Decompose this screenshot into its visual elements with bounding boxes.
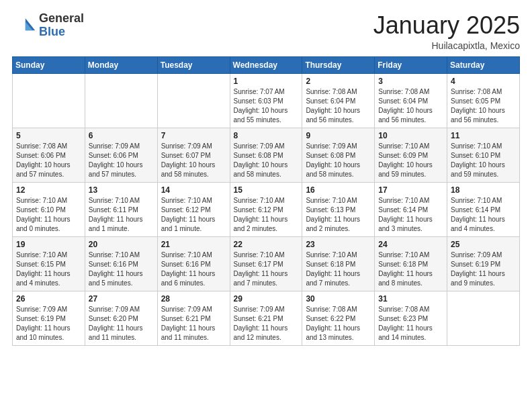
day-number: 4 xyxy=(451,77,516,86)
logo-general-text: General xyxy=(39,12,84,26)
day-number: 15 xyxy=(234,185,299,195)
calendar-cell: 20Sunrise: 7:10 AM Sunset: 6:16 PM Dayli… xyxy=(85,236,157,291)
calendar-cell: 5Sunrise: 7:08 AM Sunset: 6:06 PM Daylig… xyxy=(13,128,85,182)
calendar-cell: 6Sunrise: 7:09 AM Sunset: 6:06 PM Daylig… xyxy=(85,128,157,182)
day-info: Sunrise: 7:10 AM Sunset: 6:10 PM Dayligh… xyxy=(16,196,81,234)
day-header-monday: Monday xyxy=(85,56,157,73)
day-info: Sunrise: 7:07 AM Sunset: 6:03 PM Dayligh… xyxy=(234,87,299,125)
day-info: Sunrise: 7:10 AM Sunset: 6:15 PM Dayligh… xyxy=(16,250,81,288)
day-header-wednesday: Wednesday xyxy=(230,56,302,73)
day-header-sunday: Sunday xyxy=(13,56,85,73)
day-info: Sunrise: 7:08 AM Sunset: 6:05 PM Dayligh… xyxy=(451,87,516,125)
day-info: Sunrise: 7:08 AM Sunset: 6:04 PM Dayligh… xyxy=(378,87,443,125)
day-header-saturday: Saturday xyxy=(447,56,520,73)
day-header-thursday: Thursday xyxy=(302,56,375,73)
day-info: Sunrise: 7:10 AM Sunset: 6:10 PM Dayligh… xyxy=(451,142,516,179)
calendar-header-row: SundayMondayTuesdayWednesdayThursdayFrid… xyxy=(13,56,520,73)
day-info: Sunrise: 7:09 AM Sunset: 6:21 PM Dayligh… xyxy=(161,305,226,342)
day-number: 21 xyxy=(161,240,226,249)
day-number: 11 xyxy=(451,131,516,140)
day-number: 30 xyxy=(306,294,371,304)
day-number: 9 xyxy=(306,131,371,140)
day-number: 2 xyxy=(306,77,371,86)
day-info: Sunrise: 7:10 AM Sunset: 6:16 PM Dayligh… xyxy=(161,250,226,288)
day-info: Sunrise: 7:09 AM Sunset: 6:21 PM Dayligh… xyxy=(234,305,299,342)
calendar-cell xyxy=(157,73,230,128)
day-header-tuesday: Tuesday xyxy=(157,56,230,73)
day-header-friday: Friday xyxy=(375,56,447,73)
day-number: 25 xyxy=(451,240,516,249)
logo-icon xyxy=(12,13,36,38)
calendar-cell: 2Sunrise: 7:08 AM Sunset: 6:04 PM Daylig… xyxy=(302,73,375,128)
calendar-cell: 26Sunrise: 7:09 AM Sunset: 6:19 PM Dayli… xyxy=(13,291,85,345)
calendar-cell: 8Sunrise: 7:09 AM Sunset: 6:08 PM Daylig… xyxy=(230,128,302,182)
calendar-cell xyxy=(447,291,520,345)
day-number: 1 xyxy=(234,77,299,86)
calendar-cell: 21Sunrise: 7:10 AM Sunset: 6:16 PM Dayli… xyxy=(157,236,230,291)
header: General Blue January 2025 Huilacapixtla,… xyxy=(12,12,520,51)
day-number: 3 xyxy=(378,77,443,86)
day-number: 27 xyxy=(89,294,154,304)
day-number: 8 xyxy=(234,131,299,140)
logo: General Blue xyxy=(12,12,84,39)
calendar-cell: 22Sunrise: 7:10 AM Sunset: 6:17 PM Dayli… xyxy=(230,236,302,291)
day-info: Sunrise: 7:09 AM Sunset: 6:19 PM Dayligh… xyxy=(16,305,81,342)
day-number: 13 xyxy=(89,185,154,195)
day-info: Sunrise: 7:10 AM Sunset: 6:14 PM Dayligh… xyxy=(378,196,443,234)
day-number: 10 xyxy=(378,131,443,140)
calendar-cell: 4Sunrise: 7:08 AM Sunset: 6:05 PM Daylig… xyxy=(447,73,520,128)
day-info: Sunrise: 7:10 AM Sunset: 6:13 PM Dayligh… xyxy=(306,196,371,234)
title-block: January 2025 Huilacapixtla, Mexico xyxy=(373,12,520,51)
day-info: Sunrise: 7:09 AM Sunset: 6:08 PM Dayligh… xyxy=(306,142,371,179)
calendar: SundayMondayTuesdayWednesdayThursdayFrid… xyxy=(12,56,520,346)
location: Huilacapixtla, Mexico xyxy=(373,40,520,51)
day-number: 7 xyxy=(161,131,226,140)
calendar-cell: 10Sunrise: 7:10 AM Sunset: 6:09 PM Dayli… xyxy=(375,128,447,182)
calendar-cell: 12Sunrise: 7:10 AM Sunset: 6:10 PM Dayli… xyxy=(13,182,85,236)
calendar-cell: 29Sunrise: 7:09 AM Sunset: 6:21 PM Dayli… xyxy=(230,291,302,345)
calendar-cell: 18Sunrise: 7:10 AM Sunset: 6:14 PM Dayli… xyxy=(447,182,520,236)
day-info: Sunrise: 7:08 AM Sunset: 6:06 PM Dayligh… xyxy=(16,142,81,179)
day-number: 22 xyxy=(234,240,299,249)
day-info: Sunrise: 7:10 AM Sunset: 6:09 PM Dayligh… xyxy=(378,142,443,179)
day-info: Sunrise: 7:09 AM Sunset: 6:08 PM Dayligh… xyxy=(234,142,299,179)
day-info: Sunrise: 7:10 AM Sunset: 6:14 PM Dayligh… xyxy=(451,196,516,234)
calendar-week-1: 1Sunrise: 7:07 AM Sunset: 6:03 PM Daylig… xyxy=(13,73,520,128)
day-number: 29 xyxy=(234,294,299,304)
month-title: January 2025 xyxy=(373,12,520,39)
calendar-cell: 11Sunrise: 7:10 AM Sunset: 6:10 PM Dayli… xyxy=(447,128,520,182)
day-info: Sunrise: 7:10 AM Sunset: 6:18 PM Dayligh… xyxy=(306,250,371,288)
day-number: 12 xyxy=(16,185,81,195)
day-info: Sunrise: 7:10 AM Sunset: 6:18 PM Dayligh… xyxy=(378,250,443,288)
calendar-cell: 1Sunrise: 7:07 AM Sunset: 6:03 PM Daylig… xyxy=(230,73,302,128)
calendar-cell: 25Sunrise: 7:09 AM Sunset: 6:19 PM Dayli… xyxy=(447,236,520,291)
day-info: Sunrise: 7:10 AM Sunset: 6:11 PM Dayligh… xyxy=(89,196,154,234)
day-number: 19 xyxy=(16,240,81,249)
calendar-cell: 16Sunrise: 7:10 AM Sunset: 6:13 PM Dayli… xyxy=(302,182,375,236)
calendar-cell: 19Sunrise: 7:10 AM Sunset: 6:15 PM Dayli… xyxy=(13,236,85,291)
day-number: 31 xyxy=(378,294,443,304)
day-info: Sunrise: 7:08 AM Sunset: 6:04 PM Dayligh… xyxy=(306,87,371,125)
day-info: Sunrise: 7:10 AM Sunset: 6:12 PM Dayligh… xyxy=(234,196,299,234)
day-info: Sunrise: 7:10 AM Sunset: 6:12 PM Dayligh… xyxy=(161,196,226,234)
calendar-cell: 9Sunrise: 7:09 AM Sunset: 6:08 PM Daylig… xyxy=(302,128,375,182)
day-number: 26 xyxy=(16,294,81,304)
calendar-cell: 3Sunrise: 7:08 AM Sunset: 6:04 PM Daylig… xyxy=(375,73,447,128)
day-number: 17 xyxy=(378,185,443,195)
calendar-cell: 30Sunrise: 7:08 AM Sunset: 6:22 PM Dayli… xyxy=(302,291,375,345)
calendar-cell: 15Sunrise: 7:10 AM Sunset: 6:12 PM Dayli… xyxy=(230,182,302,236)
calendar-cell: 24Sunrise: 7:10 AM Sunset: 6:18 PM Dayli… xyxy=(375,236,447,291)
page: General Blue January 2025 Huilacapixtla,… xyxy=(0,0,532,411)
day-info: Sunrise: 7:09 AM Sunset: 6:19 PM Dayligh… xyxy=(451,250,516,288)
calendar-week-5: 26Sunrise: 7:09 AM Sunset: 6:19 PM Dayli… xyxy=(13,291,520,345)
calendar-cell: 17Sunrise: 7:10 AM Sunset: 6:14 PM Dayli… xyxy=(375,182,447,236)
day-number: 28 xyxy=(161,294,226,304)
day-number: 24 xyxy=(378,240,443,249)
calendar-week-2: 5Sunrise: 7:08 AM Sunset: 6:06 PM Daylig… xyxy=(13,128,520,182)
day-info: Sunrise: 7:10 AM Sunset: 6:16 PM Dayligh… xyxy=(89,250,154,288)
day-number: 14 xyxy=(161,185,226,195)
calendar-cell: 7Sunrise: 7:09 AM Sunset: 6:07 PM Daylig… xyxy=(157,128,230,182)
calendar-cell: 28Sunrise: 7:09 AM Sunset: 6:21 PM Dayli… xyxy=(157,291,230,345)
calendar-cell: 23Sunrise: 7:10 AM Sunset: 6:18 PM Dayli… xyxy=(302,236,375,291)
calendar-cell: 13Sunrise: 7:10 AM Sunset: 6:11 PM Dayli… xyxy=(85,182,157,236)
